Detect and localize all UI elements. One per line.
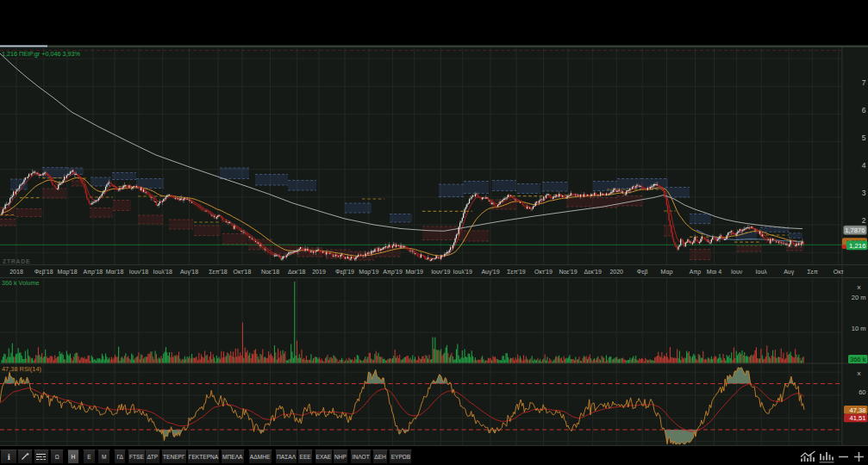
svg-text:Ιουν: Ιουν <box>731 269 743 275</box>
svg-text:41,51: 41,51 <box>849 414 865 422</box>
svg-text:Ιουν'18: Ιουν'18 <box>129 269 148 275</box>
svg-text:Αυγ'19: Αυγ'19 <box>481 269 499 276</box>
svg-text:Νοε'18: Νοε'18 <box>261 269 279 275</box>
svg-text:3: 3 <box>862 189 866 197</box>
svg-text:Μαι 4: Μαι 4 <box>707 269 721 275</box>
svg-text:Ιουν'19: Ιουν'19 <box>431 269 450 275</box>
svg-text:2020: 2020 <box>609 269 623 275</box>
svg-text:Μαι'19: Μαι'19 <box>405 269 423 275</box>
svg-text:Οκτ'19: Οκτ'19 <box>534 269 553 275</box>
svg-text:Οκτ'18: Οκτ'18 <box>234 269 252 275</box>
svg-text:Φεβ'18: Φεβ'18 <box>34 269 53 276</box>
svg-text:47,38: 47,38 <box>849 406 865 414</box>
svg-text:Απρ'19: Απρ'19 <box>383 269 403 276</box>
svg-text:Μαρ: Μαρ <box>661 269 673 276</box>
svg-text:60: 60 <box>859 388 865 396</box>
svg-text:Αυγ'18: Αυγ'18 <box>180 269 198 276</box>
svg-text:Μαρ'18: Μαρ'18 <box>58 269 78 276</box>
svg-text:2: 2 <box>862 216 866 225</box>
svg-text:47,38 RSI(14): 47,38 RSI(14) <box>2 365 41 373</box>
svg-text:Δεκ'18: Δεκ'18 <box>288 269 306 275</box>
svg-text:×: × <box>857 283 861 292</box>
svg-text:Οκτ: Οκτ <box>834 269 844 275</box>
svg-text:2018: 2018 <box>9 269 23 275</box>
svg-text:2019: 2019 <box>312 269 326 275</box>
svg-text:Αυγ: Αυγ <box>784 269 794 276</box>
svg-text:ZTRADE: ZTRADE <box>3 258 30 264</box>
svg-text:Ιουλ'18: Ιουλ'18 <box>153 269 172 275</box>
svg-text:366 k Volume: 366 k Volume <box>2 279 40 287</box>
svg-text:Απρ'18: Απρ'18 <box>84 269 103 276</box>
svg-text:Σεπ'18: Σεπ'18 <box>209 269 228 275</box>
svg-text:20 m: 20 m <box>852 294 866 301</box>
svg-text:Ιουλ: Ιουλ <box>756 269 768 275</box>
svg-text:366 k: 366 k <box>850 356 866 363</box>
svg-text:4: 4 <box>862 161 866 170</box>
svg-text:Φεβ: Φεβ <box>637 269 648 276</box>
svg-text:6: 6 <box>862 106 866 115</box>
svg-text:1,216 ΠΕΙΡ.gr +0,046 3,93%: 1,216 ΠΕΙΡ.gr +0,046 3,93% <box>2 50 80 58</box>
svg-text:Ιουλ'19: Ιουλ'19 <box>453 269 472 275</box>
svg-text:Δεκ'19: Δεκ'19 <box>584 269 602 275</box>
svg-text:Απρ: Απρ <box>690 269 701 276</box>
svg-text:1,216: 1,216 <box>849 242 866 250</box>
svg-text:Νοε'19: Νοε'19 <box>559 269 577 275</box>
svg-text:Σεπ'19: Σεπ'19 <box>507 269 526 275</box>
svg-text:7: 7 <box>862 78 866 87</box>
svg-text:1,7876: 1,7876 <box>845 226 865 234</box>
svg-text:10 m: 10 m <box>852 325 866 332</box>
svg-text:Μαι'18: Μαι'18 <box>106 269 124 275</box>
svg-text:Φεβ'19: Φεβ'19 <box>335 269 354 276</box>
svg-text:×: × <box>857 369 861 378</box>
svg-text:Μαρ'19: Μαρ'19 <box>359 269 378 276</box>
svg-text:5: 5 <box>862 133 866 142</box>
svg-text:Σεπ: Σεπ <box>808 269 818 275</box>
